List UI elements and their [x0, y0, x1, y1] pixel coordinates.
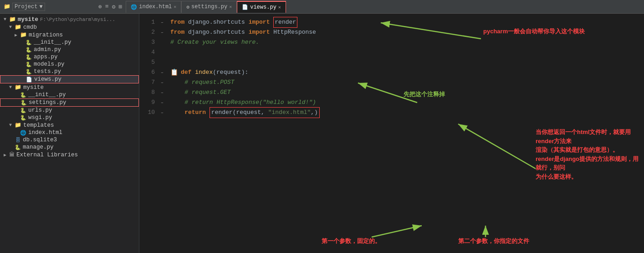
- sidebar-item-mysite-inner[interactable]: ▼ 📁 mysite: [0, 83, 139, 91]
- sidebar-item-apps-py[interactable]: 🐍 apps.py: [0, 53, 139, 61]
- sidebar-item-models-py[interactable]: 🐍 models.py: [0, 61, 139, 68]
- gutter-4: [158, 47, 167, 57]
- sidebar-item-admin-py[interactable]: 🐍 admin.py: [0, 46, 139, 53]
- index-html-sidebar-label: index.html: [28, 129, 62, 136]
- apps-py-label: apps.py: [34, 54, 58, 60]
- gutter: – – – – – – –: [158, 14, 167, 253]
- code-line-7: # request.POST: [170, 77, 644, 88]
- plain-2b: HttpResponse: [270, 27, 316, 37]
- gutter-8: –: [158, 88, 167, 98]
- gutter-3: [158, 37, 167, 47]
- migrations-label: migrations: [29, 32, 63, 38]
- cmt-7: # request.POST: [184, 77, 234, 88]
- code-line-8: # request.GET: [170, 88, 644, 98]
- sidebar-item-index-html[interactable]: 🌐 index.html: [0, 129, 139, 136]
- tests-py-label: tests.py: [34, 68, 61, 75]
- sidebar-item-init-mysite[interactable]: 🐍 __init__.py: [0, 91, 139, 98]
- mysite-root-path: F:\Python\pycharm\mysi...: [40, 17, 115, 22]
- tab-index-html[interactable]: 🌐 index.html ✕: [126, 1, 181, 13]
- sidebar-item-manage-py[interactable]: 🐍 manage.py: [0, 144, 139, 151]
- plain-6a: [191, 67, 195, 77]
- kw-import-2: import: [249, 27, 270, 37]
- index-html-sidebar-icon: 🌐: [20, 130, 26, 136]
- line-num-7: 7: [139, 77, 155, 88]
- cmdb-label: cmdb: [23, 24, 37, 31]
- line-num-10: 10: [139, 108, 155, 118]
- tree-arrow: ▼: [4, 17, 9, 22]
- mysite-inner-icon: 📁: [15, 84, 21, 91]
- manage-py-label: manage.py: [23, 144, 54, 150]
- plain-1a: django.shortcuts: [184, 17, 248, 27]
- code-line-4: [170, 47, 644, 57]
- tab-index-html-close[interactable]: ✕: [174, 4, 176, 10]
- sidebar-item-views-py[interactable]: 📄 views.py: [0, 75, 139, 83]
- tab-views-py[interactable]: 📄 views.py ✕: [237, 1, 286, 13]
- sidebar-item-urls-py[interactable]: 🐍 urls.py: [0, 107, 139, 114]
- tree-arrow-migrations: ▶: [15, 32, 20, 38]
- toolbar-icon-add[interactable]: ⊕: [97, 2, 103, 11]
- fn-index: index: [195, 67, 213, 77]
- code-line-3: # Create your views here.: [170, 37, 644, 47]
- wsgi-py-icon: 🐍: [20, 115, 26, 121]
- templates-icon: 📁: [15, 122, 21, 129]
- toolbar-icon-settings[interactable]: ⚙: [111, 2, 117, 11]
- sidebar-item-tests-py[interactable]: 🐍 tests.py: [0, 68, 139, 75]
- settings-py-sidebar-label: settings.py: [29, 99, 66, 106]
- sidebar-item-cmdb[interactable]: ▼ 📁 cmdb: [0, 23, 139, 31]
- sidebar-item-templates[interactable]: ▼ 📁 templates: [0, 121, 139, 129]
- sidebar-item-mysite-root[interactable]: ▼ 📁 mysite F:\Python\pycharm\mysi...: [0, 15, 139, 23]
- plain-10a: [170, 108, 184, 118]
- render-highlighted: render: [273, 17, 297, 28]
- gutter-2: –: [158, 27, 167, 37]
- cmt-9: # return HttpResponse("hello world!"): [184, 98, 316, 108]
- toolbar-icon-menu[interactable]: ≡: [104, 2, 110, 11]
- apps-py-icon: 🐍: [26, 54, 32, 60]
- sidebar-item-migrations[interactable]: ▶ 📁 migrations: [0, 31, 139, 39]
- plain-8a: [170, 88, 184, 98]
- init-cmdb-label: __init__.py: [34, 39, 72, 46]
- plain-1b: [270, 17, 273, 27]
- gutter-6: –: [158, 67, 167, 77]
- cmdb-icon: 📁: [15, 24, 21, 31]
- mysite-inner-label: mysite: [23, 84, 44, 91]
- gutter-5: [158, 57, 167, 67]
- sidebar-item-db-sqlite3[interactable]: 🗄 db.sqlite3: [0, 136, 139, 144]
- toolbar-icons: ⊕ ≡ ⚙ ⊞: [97, 2, 123, 11]
- line-num-4: 4: [139, 47, 155, 57]
- tree-arrow-ext-libs: ▶: [4, 152, 9, 158]
- urls-py-label: urls.py: [28, 107, 52, 114]
- toolbar-icon-layout[interactable]: ⊞: [118, 2, 123, 11]
- tab-views-py-close[interactable]: ✕: [278, 5, 281, 10]
- code-lines: from django.shortcuts import render from…: [167, 14, 644, 253]
- settings-py-sidebar-icon: 🐍: [20, 100, 27, 106]
- tab-settings-py-close[interactable]: ✕: [229, 4, 232, 10]
- line-num-3: 3: [139, 37, 155, 47]
- cmt-8: # request.GET: [184, 88, 230, 98]
- project-dropdown-arrow: ▼: [39, 4, 42, 10]
- title-bar: 📁 Project ▼ ⊕ ≡ ⚙ ⊞ 🌐 index.html ✕ ⚙ set…: [0, 0, 644, 14]
- kw-from-1: from: [170, 17, 184, 27]
- project-dropdown[interactable]: Project ▼: [12, 3, 45, 11]
- project-selector[interactable]: 📁 Project ▼: [4, 3, 95, 11]
- code-container: 1 2 3 4 5 6 7 8 9 10 – – – – – –: [139, 14, 644, 253]
- db-sqlite3-label: db.sqlite3: [23, 137, 57, 143]
- gutter-1: –: [158, 17, 167, 27]
- tab-settings-py[interactable]: ⚙ settings.py ✕: [181, 1, 237, 13]
- sidebar-item-external-libs[interactable]: ▶ 🏛 External Libraries: [0, 151, 139, 159]
- admin-py-icon: 🐍: [26, 47, 32, 53]
- code-line-9: # return HttpResponse("hello world!"): [170, 98, 644, 108]
- sidebar-item-wsgi-py[interactable]: 🐍 wsgi.py: [0, 114, 139, 121]
- models-py-icon: 🐍: [26, 62, 32, 67]
- line-num-9: 9: [139, 98, 155, 108]
- tree-arrow-mysite-inner: ▼: [9, 85, 15, 90]
- plain-2a: django.shortcuts: [184, 27, 248, 37]
- plain-6c: request: [216, 67, 241, 77]
- plain-7a: [170, 77, 184, 88]
- code-line-2: from django.shortcuts import HttpRespons…: [170, 27, 644, 37]
- gutter-7: –: [158, 77, 167, 88]
- sidebar-item-settings-py[interactable]: 🐍 settings.py: [0, 98, 139, 107]
- index-html-icon: 🌐: [131, 4, 137, 10]
- kw-def: def: [181, 67, 191, 77]
- line-num-6: 6: [139, 67, 155, 77]
- sidebar-item-init-cmdb[interactable]: 🐍 __init__.py: [0, 39, 139, 46]
